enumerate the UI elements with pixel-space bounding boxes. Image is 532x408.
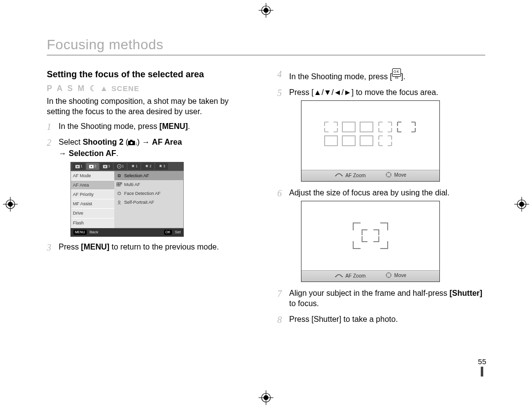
camera-2-icon: 2	[128, 138, 137, 149]
dpad-icon	[385, 272, 392, 280]
step-number: 4	[277, 68, 282, 80]
screen-footer: AF Zoom Move	[301, 170, 439, 181]
menu-tab: 1	[128, 163, 140, 170]
svg-point-36	[120, 193, 120, 193]
registration-mark-icon	[3, 197, 18, 212]
svg-point-23	[91, 166, 92, 167]
step-number: 8	[277, 314, 282, 326]
menu-item: AF Mode	[71, 171, 114, 181]
menu-tab: 2	[141, 163, 154, 170]
svg-point-37	[118, 201, 120, 203]
svg-point-18	[131, 142, 133, 144]
step-7: 7 Align your subject in the frame and ha…	[277, 288, 484, 309]
step-number: 1	[47, 121, 51, 133]
af-zoom-label: AF Zoom	[345, 273, 366, 279]
menu-screenshot: 1 2 3 1 1 2 3 AF Mode AF Area	[70, 162, 184, 237]
right-column: 4 In the Shooting mode, press [OK▭]. 5 P…	[277, 68, 484, 330]
page-title: Focusing methods	[47, 37, 485, 56]
page-number: 55	[478, 357, 486, 377]
menu-back-button-icon: MENU	[73, 230, 87, 234]
ok-button-icon: OK▭	[392, 68, 401, 77]
face-detection-icon	[116, 191, 122, 196]
menu-right-list: Selection AF Multi AF Face Detection AF …	[114, 171, 183, 228]
menu-item: Drive	[71, 209, 114, 218]
svg-rect-28	[118, 175, 120, 177]
svg-rect-38	[342, 122, 355, 132]
step-number: 2	[47, 137, 51, 149]
step-3: 3 Press [MENU] to return to the previous…	[47, 242, 254, 252]
section-title: Setting the focus of the selected area	[47, 68, 254, 80]
menu-item-selected: AF Area	[71, 181, 114, 190]
registration-mark-icon	[259, 3, 273, 18]
menu-tab: 1	[114, 163, 127, 170]
step-number: 3	[47, 242, 51, 253]
menu-tab: 3	[155, 163, 168, 170]
svg-rect-33	[119, 185, 120, 186]
step-2: 2 Select Shooting 2 (2) → AF Area → Sele…	[47, 137, 254, 237]
step-8: 8 Press [Shutter] to take a photo.	[277, 314, 484, 325]
direction-arrows-icon: ▲/▼/◄/►	[314, 88, 352, 96]
svg-rect-32	[117, 185, 118, 186]
step-number: 7	[277, 288, 282, 300]
menu-footer: MENU Back OK Set	[70, 228, 184, 237]
menu-ok-button-icon: OK	[164, 230, 172, 234]
multi-af-icon	[116, 182, 122, 187]
dpad-icon	[385, 172, 392, 180]
menu-item: MF Assist	[71, 199, 114, 209]
menu-item: AF Priority	[71, 190, 114, 199]
steps-left: 1 In the Shooting mode, press [MENU]. 2 …	[47, 121, 254, 252]
menu-option: Self-Portrait AF	[114, 198, 183, 207]
svg-point-27	[119, 166, 120, 167]
dial-icon	[334, 273, 343, 280]
scene-mode-label: SCENE	[111, 84, 139, 93]
page-content: Focusing methods Setting the focus of th…	[47, 37, 490, 381]
left-column: Setting the focus of the selected area P…	[47, 68, 254, 330]
menu-item: Flash	[71, 219, 114, 228]
svg-rect-41	[342, 136, 355, 146]
page-number-bar-icon	[481, 367, 483, 377]
lcd-screenshot-move: AF Zoom Move	[301, 100, 440, 182]
svg-rect-29	[117, 183, 118, 184]
night-mode-icon: ☾	[90, 84, 97, 93]
menu-option: Multi AF	[114, 180, 183, 189]
step-number: 6	[277, 188, 282, 199]
mode-letters: P A S M	[47, 84, 86, 93]
step-4: 4 In the Shooting mode, press [OK▭].	[277, 68, 484, 82]
dial-icon	[334, 172, 343, 179]
selection-af-icon	[116, 173, 122, 178]
svg-point-21	[77, 166, 78, 167]
menu-back-label: Back	[90, 230, 99, 235]
menu-set-label: Set	[175, 230, 181, 235]
move-label: Move	[394, 173, 406, 178]
steps-right: 4 In the Shooting mode, press [OK▭]. 5 P…	[277, 68, 484, 325]
menu-option: Face Detection AF	[114, 189, 183, 198]
self-portrait-icon	[116, 200, 122, 205]
lcd-screenshot-zoom: AF Zoom Move	[301, 201, 440, 282]
menu-tab-active: 2	[86, 163, 99, 170]
af-zoom-label: AF Zoom	[345, 173, 366, 178]
svg-point-34	[118, 192, 121, 195]
menu-tab-row: 1 2 3 1 1 2 3	[70, 162, 184, 171]
menu-tab: 3	[100, 163, 113, 170]
focus-area-grid-icon	[324, 121, 417, 150]
menu-left-list: AF Mode AF Area AF Priority MF Assist Dr…	[71, 171, 114, 228]
svg-rect-42	[360, 136, 373, 146]
menu-option-selected: Selection AF	[114, 171, 183, 180]
move-label: Move	[394, 273, 406, 279]
svg-rect-39	[360, 122, 373, 132]
intro-text: In the shooting composition, a shot may …	[47, 96, 254, 117]
focus-big-bracket-icon	[353, 222, 388, 249]
registration-mark-icon	[514, 197, 529, 212]
svg-rect-30	[119, 183, 120, 184]
menu-tab: 1	[72, 163, 85, 170]
mode-indicator-row: P A S M ☾ ▲ SCENE	[47, 83, 254, 94]
screen-footer: AF Zoom Move	[301, 270, 439, 282]
svg-rect-17	[130, 140, 133, 141]
svg-rect-40	[325, 136, 337, 146]
svg-rect-31	[121, 183, 122, 184]
step-1: 1 In the Shooting mode, press [MENU].	[47, 121, 254, 132]
landscape-mode-icon: ▲	[100, 84, 108, 93]
svg-point-35	[119, 193, 119, 193]
step-6: 6 Adjust the size of focus area by using…	[277, 188, 484, 282]
step-number: 5	[277, 87, 282, 99]
